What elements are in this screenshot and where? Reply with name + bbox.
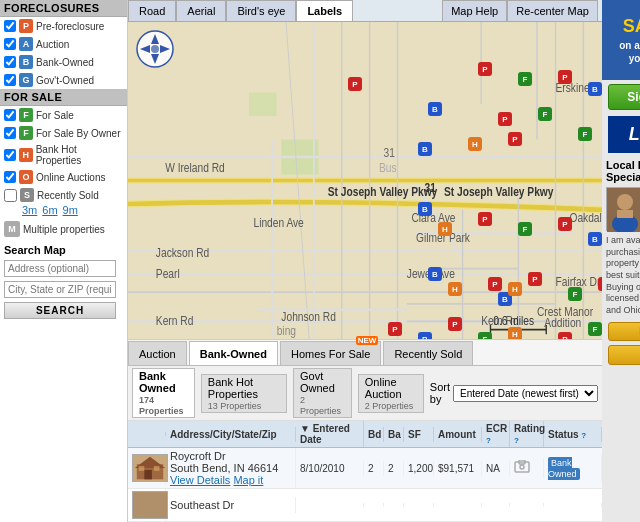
map-pin[interactable]: P [488,277,502,291]
map-pin[interactable]: P [478,62,492,76]
map-pin[interactable]: B [428,102,442,116]
for-sale-title: FOR SALE [0,89,127,106]
homes-for-sale-label: Homes For Sale [291,348,370,360]
map-pin[interactable]: H [468,137,482,151]
map-pin[interactable]: F [588,322,602,336]
prop-thumbnail [128,452,166,484]
map-tab-aerial[interactable]: Aerial [176,0,226,21]
multiple-properties-row[interactable]: M Multiple properties [0,218,127,240]
fsbo-checkbox[interactable] [4,127,16,139]
prop2-ecr [482,503,510,507]
prop2-address: Southeast Dr [166,497,296,513]
map-pin[interactable]: F [538,107,552,121]
svg-text:31: 31 [424,180,436,194]
sidebar-item-preforeclosure[interactable]: P Pre-foreclosure [0,17,127,35]
bottom-subtabs: Bank Owned 174 Properties Bank Hot Prope… [128,366,602,421]
map-recenter-button[interactable]: Re-center Map [507,0,598,21]
tab-bank-owned[interactable]: Bank-Owned [189,341,278,365]
tab-auction[interactable]: Auction [128,341,187,365]
th-entered-date[interactable]: ▼ Entered Date [296,421,364,447]
map-pin[interactable]: P [508,132,522,146]
map-pin[interactable]: H [508,327,522,339]
svg-text:Crest Manor: Crest Manor [537,303,593,317]
map-pin[interactable]: P [558,217,572,231]
onlineauctions-checkbox[interactable] [4,171,16,183]
map-pin[interactable]: P [478,212,492,226]
recently-sold-6m[interactable]: 6m [42,204,57,216]
auction-label: Auction [36,39,69,50]
recently-sold-3m[interactable]: 3m [22,204,37,216]
map-pin[interactable]: F [518,72,532,86]
subtab-hot-properties[interactable]: Bank Hot Properties 13 Properties [201,374,287,413]
sidebar-item-fsbo[interactable]: F For Sale By Owner [0,124,127,142]
map-container[interactable]: W Ireland Rd St Joseph Valley Pkwy St Jo… [128,22,602,339]
map-tab-road[interactable]: Road [128,0,176,21]
svg-text:31: 31 [384,145,395,159]
sidebar-item-auction[interactable]: A Auction [0,35,127,53]
tab-homes-for-sale[interactable]: Homes For Sale NEW [280,341,381,365]
map-pin[interactable]: H [508,282,522,296]
prop-map-link[interactable]: Map it [233,474,263,486]
map-pin[interactable]: H [438,222,452,236]
auction-checkbox[interactable] [4,38,16,50]
map-pin[interactable]: B [418,142,432,156]
svg-point-56 [151,45,159,53]
hotprops-checkbox[interactable] [4,149,16,161]
city-state-zip-input[interactable] [4,281,116,298]
forsale-checkbox[interactable] [4,109,16,121]
map-pin[interactable]: P [598,277,602,291]
map-pin[interactable]: P [388,322,402,336]
prop-sf: 1,200 [404,461,434,476]
search-button[interactable]: SEARCH [4,302,116,319]
sidebar-item-govtowned[interactable]: G Gov't-Owned [0,71,127,89]
map-pin[interactable]: F [568,287,582,301]
map-pin[interactable]: P [498,112,512,126]
prop-details-link[interactable]: View Details [170,474,230,486]
fsbo-label: For Sale By Owner [36,128,120,139]
call-button[interactable]: CulL Now [608,345,640,365]
sidebar-item-onlineauctions[interactable]: O Online Auctions [0,168,127,186]
sort-select[interactable]: Entered Date (newest first) Price (lowes… [453,385,598,402]
map-tab-birdseye[interactable]: Bird's eye [226,0,296,21]
bankowned-checkbox[interactable] [4,56,16,68]
map-pin[interactable]: B [418,202,432,216]
map-nav-control[interactable] [136,30,174,68]
map-pin[interactable]: F [578,127,592,141]
map-pin[interactable]: P [448,317,462,331]
map-pin[interactable]: B [428,267,442,281]
subtab-online-auction[interactable]: Online Auction 2 Properties [358,374,424,413]
prop-ecr: NA [482,461,510,476]
map-pin[interactable]: P [528,272,542,286]
prop-amount: $91,571 [434,461,482,476]
sidebar-item-hotprops[interactable]: H Bank Hot Properties [0,142,127,168]
map-pin[interactable]: P [558,70,572,84]
subtab-govt-label: Govt Owned [300,370,335,394]
svg-text:bing: bing [277,323,296,337]
map-help-button[interactable]: Map Help [442,0,507,21]
th-rating: Rating ? [510,421,544,447]
tab-recently-sold[interactable]: Recently Sold [383,341,473,365]
recently-sold-checkbox[interactable] [4,189,17,202]
prop2-status [544,503,602,507]
map-pin[interactable]: F [478,332,492,339]
subtab-bank-owned[interactable]: Bank Owned 174 Properties [132,368,195,418]
map-pin[interactable]: H [448,282,462,296]
map-pin[interactable]: P [348,77,362,91]
address-input[interactable] [4,260,116,277]
signup-button[interactable]: Sign up today [608,84,640,110]
govtowned-checkbox[interactable] [4,74,16,86]
sidebar-item-forsale[interactable]: F For Sale [0,106,127,124]
sidebar-item-bankowned[interactable]: B Bank-Owned [0,53,127,71]
email-button[interactable]: E-MAIL ME! [608,322,640,341]
map-tab-labels[interactable]: Labels [296,0,353,21]
preforeclosure-checkbox[interactable] [4,20,16,32]
map-pin[interactable]: P [558,332,572,339]
subtab-online-count: 2 Properties [365,401,414,411]
map-pin[interactable]: B [588,232,602,246]
map-pin[interactable]: B [418,332,432,339]
recently-sold-9m[interactable]: 9m [63,204,78,216]
map-pin[interactable]: B [588,82,602,96]
subtab-govt-owned[interactable]: Govt Owned 2 Properties [293,368,352,418]
status-badge: Bank Owned [548,457,580,480]
map-pin[interactable]: F [518,222,532,236]
